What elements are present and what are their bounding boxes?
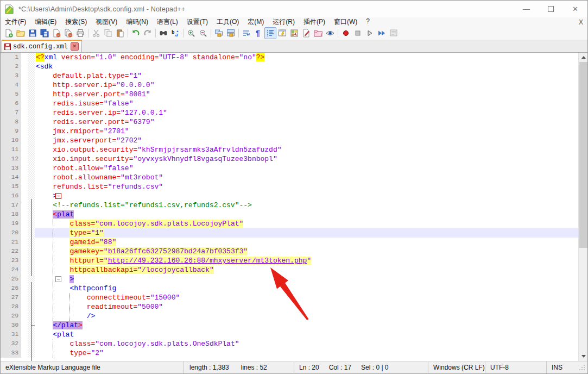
code-line-27[interactable]: 27 connecttimeout="15000" — [1, 293, 578, 302]
code-line-29[interactable]: 29 /> — [1, 311, 578, 321]
close-button[interactable]: ✕ — [563, 1, 587, 17]
line-number[interactable]: 31 — [1, 330, 21, 339]
function-list-button[interactable] — [276, 27, 288, 39]
line-number[interactable]: 26 — [1, 284, 21, 293]
menu-item-settings[interactable]: 设置(T) — [182, 17, 212, 27]
line-number[interactable]: 13 — [1, 164, 21, 173]
code-text[interactable]: gameid="88" — [35, 238, 578, 247]
tab-sdk-config-xml[interactable]: sdk.config.xml ✕ — [2, 40, 82, 52]
code-text[interactable]: > — [35, 191, 578, 201]
bookmark-margin[interactable] — [21, 247, 28, 256]
word-wrap-button[interactable] — [241, 27, 252, 39]
bookmark-margin[interactable] — [21, 228, 28, 238]
menu-item-file[interactable]: 文件(F) — [1, 17, 30, 27]
code-line-4[interactable]: 4 http.server.ip="0.0.0.0" — [1, 80, 578, 90]
code-text[interactable]: type="1" — [35, 228, 578, 238]
undo-button[interactable] — [130, 27, 142, 39]
code-line-5[interactable]: 5 http.server.port="8081" — [1, 90, 578, 99]
bookmark-margin[interactable] — [21, 90, 28, 99]
code-line-18[interactable]: 18 <plat — [1, 210, 578, 219]
code-line-15[interactable]: 15 refunds.list="refunds.csv" — [1, 182, 578, 191]
menu-item-run[interactable]: 运行(R) — [268, 17, 299, 27]
line-number[interactable]: 16 — [1, 191, 21, 201]
bookmark-margin[interactable] — [21, 62, 28, 71]
code-line-24[interactable]: 24 httpcallbackapi="/locojoycallback" — [1, 265, 578, 275]
code-line-22[interactable]: 22 gamekey="b18a26ffc632752987bd24a7bf03… — [1, 247, 578, 256]
code-line-3[interactable]: 3 default.plat.type="1" — [1, 71, 578, 80]
line-number[interactable]: 20 — [1, 228, 21, 238]
minimize-button[interactable]: — — [514, 1, 539, 17]
bookmark-margin[interactable] — [21, 117, 28, 127]
sync-vertical-scroll-button[interactable] — [213, 27, 225, 39]
code-text[interactable]: <!--refunds.list="refunds1.csv,refunds2.… — [35, 201, 578, 210]
line-number[interactable]: 11 — [1, 145, 21, 154]
line-number[interactable]: 28 — [1, 302, 21, 311]
line-number[interactable]: 22 — [1, 247, 21, 256]
code-line-1[interactable]: 1<?xml version="1.0" encoding="UTF-8" st… — [1, 53, 578, 62]
code-text[interactable]: redis.server.port="6379" — [35, 117, 578, 127]
find-button[interactable] — [157, 27, 169, 39]
line-number[interactable]: 23 — [1, 256, 21, 265]
code-text[interactable]: <plat — [35, 330, 578, 339]
line-number[interactable]: 5 — [1, 90, 21, 99]
line-number[interactable]: 10 — [1, 136, 21, 145]
bookmark-margin[interactable] — [21, 284, 28, 293]
bookmark-margin[interactable] — [21, 71, 28, 80]
bookmark-margin[interactable] — [21, 321, 28, 330]
close-all-button[interactable] — [62, 27, 74, 39]
code-line-10[interactable]: 10 jmx.serverport="2702" — [1, 136, 578, 145]
menu-item-help[interactable]: ? — [362, 17, 374, 27]
code-text[interactable]: > — [35, 275, 578, 284]
code-line-31[interactable]: 31 <plat — [1, 330, 578, 339]
code-line-25[interactable]: 25 > — [1, 275, 578, 284]
save-button[interactable] — [27, 27, 39, 39]
sync-horizontal-scroll-button[interactable] — [225, 27, 237, 39]
line-number[interactable]: 33 — [1, 348, 21, 358]
menu-item-plugins[interactable]: 插件(P) — [299, 17, 330, 27]
code-text[interactable]: xio.output.security="khSrmjpjrsarmks3aAf… — [35, 145, 578, 154]
line-number[interactable]: 9 — [1, 127, 21, 136]
code-text[interactable]: <httpconfig — [35, 284, 578, 293]
code-text[interactable]: robot.allowname="mt3robot" — [35, 173, 578, 182]
code-text[interactable]: redis.server.ip="127.0.0.1" — [35, 108, 578, 117]
menu-item-view[interactable]: 视图(V) — [91, 17, 122, 27]
code-line-23[interactable]: 23 httpurl="http://49.232.160.26:88/mhxy… — [1, 256, 578, 265]
code-line-7[interactable]: 7 redis.server.ip="127.0.0.1" — [1, 108, 578, 117]
menu-item-search[interactable]: 搜索(S) — [61, 17, 91, 27]
code-text[interactable]: <plat — [35, 210, 578, 219]
bookmark-margin[interactable] — [21, 191, 28, 201]
bookmark-margin[interactable] — [21, 164, 28, 173]
code-line-33[interactable]: 33 type="2" — [1, 348, 578, 358]
code-text[interactable]: class="com.locojoy.sdk.plats.OneSdkPlat" — [35, 339, 578, 348]
status-eol-format[interactable]: Windows (CR LF) — [428, 361, 485, 373]
line-number[interactable]: 19 — [1, 219, 21, 228]
code-line-16[interactable]: 16 > — [1, 191, 578, 201]
code-text[interactable]: robot.allow="false" — [35, 164, 578, 173]
line-number[interactable]: 6 — [1, 99, 21, 108]
bookmark-margin[interactable] — [21, 238, 28, 247]
code-line-11[interactable]: 11 xio.output.security="khSrmjpjrsarmks3… — [1, 145, 578, 154]
replace-button[interactable]: ba — [169, 27, 181, 39]
menu-item-tools[interactable]: 工具(O) — [212, 17, 243, 27]
fold-collapse-box[interactable] — [55, 276, 61, 282]
bookmark-margin[interactable] — [21, 173, 28, 182]
monitoring-button[interactable] — [324, 27, 336, 39]
code-line-2[interactable]: 2<sdk — [1, 62, 578, 71]
code-text[interactable]: /> — [35, 311, 578, 321]
code-line-20[interactable]: 20 type="1" — [1, 228, 578, 238]
bookmark-margin[interactable] — [21, 145, 28, 154]
save-all-button[interactable] — [39, 27, 50, 39]
bookmark-margin[interactable] — [21, 201, 28, 210]
bookmark-margin[interactable] — [21, 99, 28, 108]
menu-close-x[interactable]: X — [579, 18, 583, 26]
code-line-26[interactable]: 26 <httpconfig — [1, 284, 578, 293]
code-text[interactable]: http.server.ip="0.0.0.0" — [35, 80, 578, 90]
bookmark-margin[interactable] — [21, 136, 28, 145]
status-encoding[interactable]: UTF-8 — [485, 361, 546, 373]
line-number[interactable]: 18 — [1, 210, 21, 219]
bookmark-margin[interactable] — [21, 302, 28, 311]
tab-close-button[interactable]: ✕ — [71, 42, 79, 51]
code-text[interactable]: gamekey="b18a26ffc632752987bd24a7bf0353f… — [35, 247, 578, 256]
line-number[interactable]: 3 — [1, 71, 21, 80]
code-text[interactable]: type="2" — [35, 348, 578, 358]
